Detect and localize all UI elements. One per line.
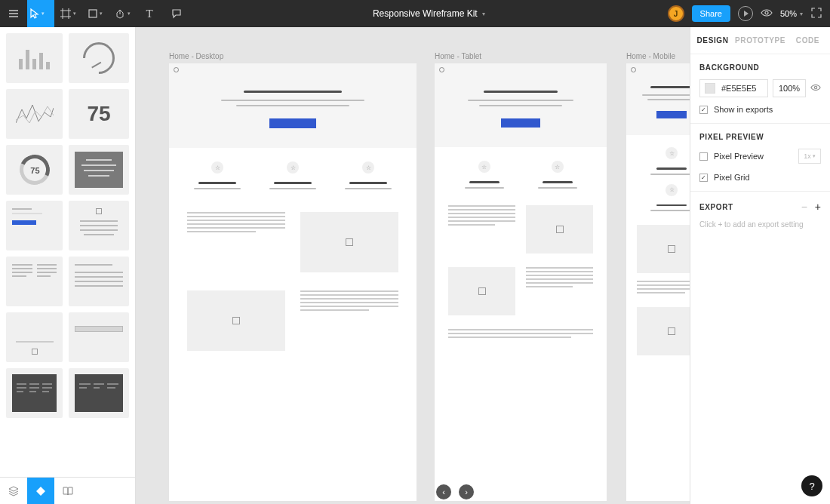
asset-image-caption[interactable] [6,312,63,362]
pixel-grid-checkbox[interactable] [699,174,708,182]
section-title: BACKGROUND [699,63,821,72]
left-panel-footer [0,477,135,504]
text-block [187,212,285,272]
toolbar-left: ▾ ▾ ▾ ▾ T [0,0,190,27]
image-placeholder [187,290,285,351]
pixel-preview-row[interactable]: Pixel Preview 1x▾ [699,149,821,164]
text-tool-button[interactable]: T [136,0,163,27]
asset-dark-footer-b[interactable] [69,368,129,418]
frame-tablet[interactable]: ☆ ☆ [435,63,607,501]
frame-mobile[interactable]: ☆ ☆ [626,63,690,501]
background-hex-input[interactable]: #E5E5E5 [699,79,768,97]
asset-text-image[interactable] [69,201,129,250]
section-title: EXPORT [699,203,733,211]
pen-tool-button[interactable]: ▾ [109,0,136,27]
prev-page-button[interactable]: ‹ [436,484,451,499]
chevron-down-icon: ▾ [800,11,803,17]
frame-origin-icon [439,67,444,72]
asset-list[interactable] [69,257,129,306]
pixel-preview-label: Pixel Preview [714,152,764,161]
visibility-toggle-button[interactable] [810,82,821,94]
pixel-grid-row[interactable]: Pixel Grid [699,173,821,182]
content-row [435,315,607,338]
chevron-down-icon: ▾ [100,11,103,17]
image-placeholder [300,212,398,272]
feature-item: ☆ [338,161,398,189]
share-button[interactable]: Share [692,5,730,22]
star-icon: ☆ [666,184,678,196]
asset-gauge[interactable] [69,33,129,83]
pixel-preview-checkbox[interactable] [699,152,708,161]
frame-label-tablet[interactable]: Home - Tablet [435,52,481,60]
chevron-down-icon: ▾ [128,11,131,17]
inspector-tabs: DESIGN PROTOTYPE CODE [690,27,830,54]
tab-prototype[interactable]: PROTOTYPE [735,27,785,54]
assets-tab-button[interactable] [27,478,54,505]
text-placeholder [468,100,573,101]
title-text: Responsive Wireframe Kit [373,8,478,19]
image-icon [232,317,240,324]
text-placeholder [221,100,364,101]
toolbar-right: J Share 50% ▾ [668,5,830,22]
image-placeholder [637,225,690,273]
content-row [169,189,417,272]
frame-label-mobile[interactable]: Home - Mobile [626,52,675,60]
show-in-exports-row[interactable]: Show in exports [699,105,821,114]
star-icon: ☆ [478,161,490,173]
content-block [626,211,690,293]
tab-code[interactable]: CODE [785,27,830,54]
menu-button[interactable] [0,0,27,27]
heading-placeholder [484,91,558,93]
asset-header-bar[interactable] [69,312,129,362]
image-placeholder [448,267,515,315]
add-export-button[interactable]: + [815,201,821,213]
remove-export-button[interactable]: − [801,201,807,213]
asset-dark-footer-a[interactable] [6,368,63,418]
show-in-exports-checkbox[interactable] [699,106,708,114]
zoom-menu-button[interactable]: 50% ▾ [780,9,803,18]
text-block [526,267,593,315]
asset-text-block[interactable] [69,145,129,195]
tab-design[interactable]: DESIGN [690,27,735,54]
background-section: BACKGROUND #E5E5E5 100% Show in exports [690,54,830,124]
star-icon: ☆ [211,161,223,174]
asset-big-number[interactable]: 75 [69,89,129,139]
layers-tab-button[interactable] [0,478,27,505]
assets-grid: 75 75 [0,27,135,477]
view-settings-button[interactable] [761,7,773,20]
frame-tool-button[interactable]: ▾ [54,0,81,27]
content-row [435,189,607,254]
frame-label-desktop[interactable]: Home - Desktop [169,52,223,60]
text-block [637,281,690,293]
asset-donut-chart[interactable]: 75 [6,145,63,195]
user-avatar[interactable]: J [668,5,684,22]
background-opacity-input[interactable]: 100% [773,79,806,97]
library-tab-button[interactable] [54,478,81,505]
svg-point-1 [765,11,768,14]
expand-ui-button[interactable] [810,7,822,20]
present-button[interactable] [738,6,753,21]
image-icon [668,327,675,335]
feature-item: ☆ [457,161,511,189]
content-block [626,293,690,355]
text-block [300,290,398,351]
pixel-preview-scale-select[interactable]: 1x▾ [798,149,821,164]
color-swatch[interactable] [705,83,715,94]
move-tool-button[interactable]: ▾ [27,0,54,27]
document-title[interactable]: Responsive Wireframe Kit ▾ [190,8,668,19]
asset-bar-chart[interactable] [6,33,63,83]
features-row: ☆ ☆ ☆ [169,148,417,189]
next-page-button[interactable]: › [459,484,474,499]
export-section: EXPORT − + Click + to add an export sett… [690,192,830,238]
asset-hero-cta[interactable] [6,201,63,250]
asset-sparkline[interactable] [6,89,63,139]
help-button[interactable]: ? [801,475,822,496]
asset-two-column[interactable] [6,257,63,306]
shape-tool-button[interactable]: ▾ [81,0,109,27]
frame-desktop[interactable]: ☆ ☆ ☆ [169,63,417,501]
star-icon: ☆ [666,147,678,159]
comment-tool-button[interactable] [163,0,190,27]
canvas-area[interactable]: Home - Desktop ☆ ☆ ☆ Home - Tablet [136,27,690,504]
pixel-preview-section: PIXEL PREVIEW Pixel Preview 1x▾ Pixel Gr… [690,124,830,192]
top-toolbar: ▾ ▾ ▾ ▾ T Responsive Wireframe Kit ▾ J S… [0,0,830,27]
